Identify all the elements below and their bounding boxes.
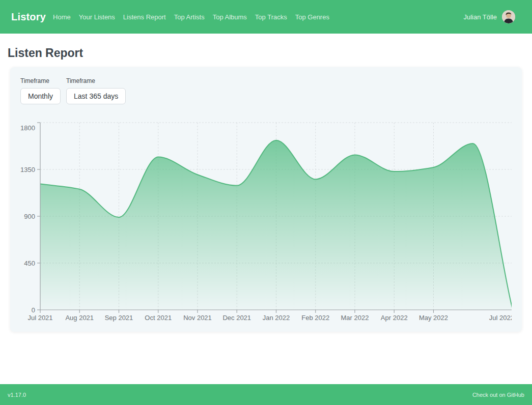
brand-logo[interactable]: Listory xyxy=(11,11,46,23)
nav-item-top-genres[interactable]: Top Genres xyxy=(295,13,329,21)
chart-svg: 045090013501800Jul 2021Aug 2021Sep 2021O… xyxy=(20,118,512,326)
user-avatar[interactable] xyxy=(502,10,515,23)
timeframe-filters: Timeframe Monthly Timeframe Last 365 day… xyxy=(20,77,512,104)
main-content: Listen Report Timeframe Monthly Timefram… xyxy=(0,34,532,384)
navbar: Listory Home Your Listens Listens Report… xyxy=(0,0,532,34)
svg-text:Aug 2021: Aug 2021 xyxy=(65,314,94,322)
svg-text:Jul 2022: Jul 2022 xyxy=(489,314,512,322)
footer: v1.17.0 Check out on GitHub xyxy=(0,384,532,405)
svg-text:Nov 2021: Nov 2021 xyxy=(183,314,212,322)
svg-text:900: 900 xyxy=(24,213,35,220)
timeframe-range-label: Timeframe xyxy=(66,77,126,84)
nav-item-home[interactable]: Home xyxy=(53,13,71,21)
user-name[interactable]: Julian Tölle xyxy=(463,13,497,21)
nav-item-top-artists[interactable]: Top Artists xyxy=(174,13,205,21)
github-link[interactable]: Check out on GitHub xyxy=(472,392,524,398)
nav-item-top-albums[interactable]: Top Albums xyxy=(213,13,247,21)
svg-text:Apr 2022: Apr 2022 xyxy=(381,314,408,322)
report-card: Timeframe Monthly Timeframe Last 365 day… xyxy=(10,67,522,332)
svg-text:1800: 1800 xyxy=(20,124,35,132)
nav-links: Home Your Listens Listens Report Top Art… xyxy=(53,13,329,21)
timeframe-mode-select[interactable]: Monthly xyxy=(20,88,61,104)
timeframe-range-select[interactable]: Last 365 days xyxy=(66,88,126,104)
version-label: v1.17.0 xyxy=(8,392,26,398)
svg-text:Dec 2021: Dec 2021 xyxy=(222,314,251,322)
svg-text:450: 450 xyxy=(24,259,35,267)
svg-text:Jan 2022: Jan 2022 xyxy=(263,314,290,322)
nav-item-your-listens[interactable]: Your Listens xyxy=(79,13,115,21)
timeframe-mode-group: Timeframe Monthly xyxy=(20,77,61,104)
svg-text:Mar 2022: Mar 2022 xyxy=(341,314,369,322)
svg-text:1350: 1350 xyxy=(20,166,35,173)
svg-text:Jul 2021: Jul 2021 xyxy=(27,314,52,322)
nav-item-top-tracks[interactable]: Top Tracks xyxy=(255,13,287,21)
page-title: Listen Report xyxy=(8,46,532,60)
svg-text:May 2022: May 2022 xyxy=(419,314,448,322)
timeframe-mode-label: Timeframe xyxy=(20,77,61,84)
nav-item-listens-report[interactable]: Listens Report xyxy=(123,13,166,21)
svg-text:0: 0 xyxy=(32,306,35,314)
avatar-image xyxy=(502,10,515,23)
timeframe-range-group: Timeframe Last 365 days xyxy=(66,77,126,104)
svg-text:Oct 2021: Oct 2021 xyxy=(145,314,172,322)
svg-text:Sep 2021: Sep 2021 xyxy=(105,314,133,322)
svg-text:Feb 2022: Feb 2022 xyxy=(301,314,329,322)
listen-chart[interactable]: 045090013501800Jul 2021Aug 2021Sep 2021O… xyxy=(20,118,512,326)
